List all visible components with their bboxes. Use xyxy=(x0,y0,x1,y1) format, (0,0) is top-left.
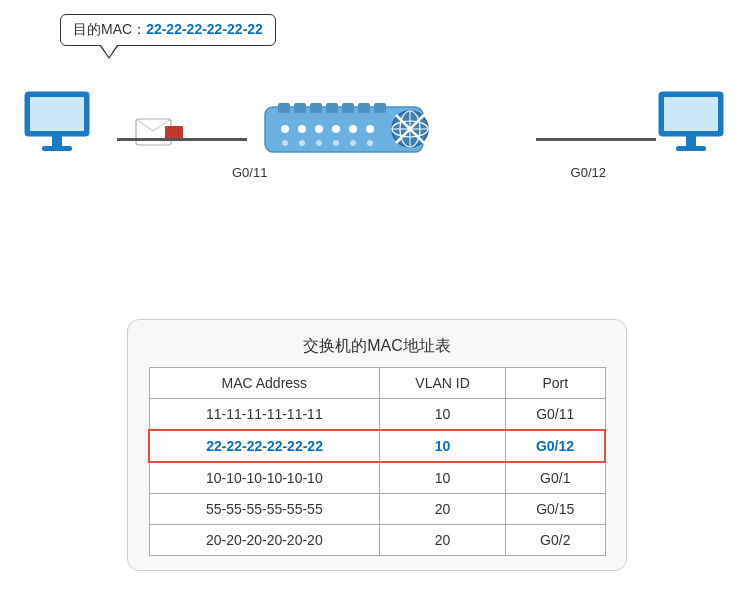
cell-vlan: 10 xyxy=(380,399,506,431)
svg-point-16 xyxy=(281,125,289,133)
bubble-label: 目的MAC： xyxy=(73,21,146,37)
svg-point-21 xyxy=(366,125,374,133)
cell-mac: 22-22-22-22-22-22 xyxy=(149,430,380,462)
svg-point-24 xyxy=(316,140,322,146)
switch xyxy=(260,95,460,169)
cell-port: G0/12 xyxy=(506,430,606,462)
svg-rect-37 xyxy=(686,136,696,146)
cell-vlan: 10 xyxy=(380,462,506,494)
cell-port: G0/1 xyxy=(506,462,606,494)
svg-point-20 xyxy=(349,125,357,133)
svg-point-17 xyxy=(298,125,306,133)
table-row: 55-55-55-55-55-5520G0/15 xyxy=(149,494,605,525)
svg-rect-3 xyxy=(42,146,72,151)
svg-point-22 xyxy=(282,140,288,146)
port-label-right: G0/12 xyxy=(571,165,606,180)
mac-table-section: 交换机的MAC地址表 MAC Address VLAN ID Port 11-1… xyxy=(127,319,627,571)
svg-rect-10 xyxy=(294,103,306,113)
cell-mac: 20-20-20-20-20-20 xyxy=(149,525,380,556)
cell-port: G0/15 xyxy=(506,494,606,525)
svg-rect-38 xyxy=(676,146,706,151)
table-row: 20-20-20-20-20-2020G0/2 xyxy=(149,525,605,556)
cell-vlan: 10 xyxy=(380,430,506,462)
svg-point-23 xyxy=(299,140,305,146)
mac-address-table: MAC Address VLAN ID Port 11-11-11-11-11-… xyxy=(148,367,606,556)
table-title: 交换机的MAC地址表 xyxy=(148,336,606,357)
svg-point-25 xyxy=(333,140,339,146)
cable-right xyxy=(536,138,656,141)
table-row: 10-10-10-10-10-1010G0/1 xyxy=(149,462,605,494)
cell-mac: 11-11-11-11-11-11 xyxy=(149,399,380,431)
cell-mac: 10-10-10-10-10-10 xyxy=(149,462,380,494)
cell-vlan: 20 xyxy=(380,494,506,525)
svg-rect-12 xyxy=(326,103,338,113)
svg-rect-14 xyxy=(358,103,370,113)
svg-rect-9 xyxy=(278,103,290,113)
computer-right xyxy=(654,90,734,164)
svg-point-27 xyxy=(367,140,373,146)
col-header-port: Port xyxy=(506,368,606,399)
svg-rect-1 xyxy=(30,97,84,131)
svg-point-26 xyxy=(350,140,356,146)
svg-rect-13 xyxy=(342,103,354,113)
svg-rect-36 xyxy=(664,97,718,131)
svg-rect-15 xyxy=(374,103,386,113)
cell-port: G0/11 xyxy=(506,399,606,431)
svg-point-18 xyxy=(315,125,323,133)
bubble-mac: 22-22-22-22-22-22 xyxy=(146,21,263,37)
svg-rect-11 xyxy=(310,103,322,113)
svg-rect-2 xyxy=(52,136,62,146)
cell-vlan: 20 xyxy=(380,525,506,556)
speech-bubble: 目的MAC：22-22-22-22-22-22 xyxy=(60,14,276,46)
computer-left xyxy=(20,90,100,164)
table-row: 11-11-11-11-11-1110G0/11 xyxy=(149,399,605,431)
svg-point-19 xyxy=(332,125,340,133)
cell-mac: 55-55-55-55-55-55 xyxy=(149,494,380,525)
table-row: 22-22-22-22-22-2210G0/12 xyxy=(149,430,605,462)
col-header-mac: MAC Address xyxy=(149,368,380,399)
col-header-vlan: VLAN ID xyxy=(380,368,506,399)
port-label-left: G0/11 xyxy=(232,165,267,180)
cell-port: G0/2 xyxy=(506,525,606,556)
cable-left xyxy=(117,138,247,141)
